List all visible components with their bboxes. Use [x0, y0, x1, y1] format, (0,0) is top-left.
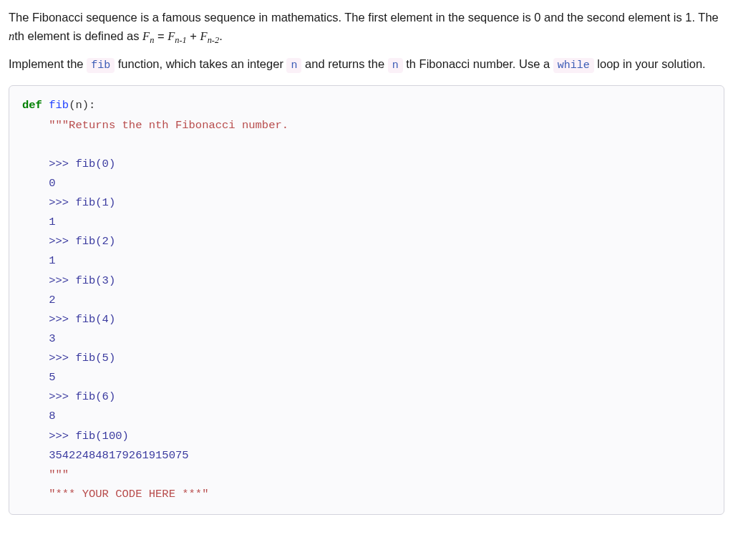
formula-eq: =	[154, 29, 168, 42]
code-doctest-call-3: >>> fib(3)	[22, 274, 115, 287]
task-text-4: th Fibonacci number. Use a	[403, 57, 553, 70]
intro-paragraph: The Fibonacci sequence is a famous seque…	[9, 9, 724, 45]
code-doctest-result-4: 3	[22, 332, 56, 345]
code-doctest-call-7: >>> fib(100)	[22, 430, 129, 443]
code-keyword-def: def	[22, 99, 42, 112]
code-docstring-open: """Returns the nth Fibonacci number.	[22, 119, 288, 132]
code-doctest-result-0: 0	[22, 177, 56, 190]
code-doctest-result-6: 8	[22, 410, 56, 423]
code-doctest-call-5: >>> fib(5)	[22, 352, 115, 365]
code-doctest-result-7: 354224848179261915075	[22, 449, 189, 462]
formula-plus: +	[187, 29, 200, 42]
code-doctest-result-3: 2	[22, 294, 56, 306]
code-doctest-result-5: 5	[22, 371, 56, 384]
code-doctest-call-4: >>> fib(4)	[22, 313, 115, 326]
code-doctest-result-2: 1	[22, 254, 56, 267]
task-paragraph: Implement the fib function, which takes …	[9, 55, 724, 74]
code-placeholder: "*** YOUR CODE HERE ***"	[22, 488, 208, 501]
math-n: n	[9, 29, 14, 43]
code-params: (n):	[69, 99, 95, 112]
code-doctest-call-0: >>> fib(0)	[22, 158, 115, 170]
code-n: n	[286, 58, 301, 73]
intro-text-1: The Fibonacci sequence is a famous seque…	[9, 11, 719, 24]
code-doctest-result-1: 1	[22, 216, 56, 228]
formula-end: .	[219, 29, 223, 42]
code-fib: fib	[87, 58, 115, 73]
formula-F3: F	[200, 29, 208, 43]
code-doctest-call-6: >>> fib(6)	[22, 390, 115, 403]
task-text-5: loop in your solution.	[594, 57, 706, 70]
code-doctest-call-1: >>> fib(1)	[22, 196, 115, 209]
code-docstring-close: """	[22, 468, 69, 481]
intro-text-2: th element is defined as	[14, 29, 142, 42]
code-doctest-call-2: >>> fib(2)	[22, 235, 115, 248]
task-text-1: Implement the	[9, 57, 87, 70]
code-n2: n	[388, 58, 403, 73]
formula-sub-n1: n-1	[175, 35, 186, 45]
task-text-3: and returns the	[301, 57, 387, 70]
task-text-2: function, which takes an integer	[115, 57, 286, 70]
formula-sub-n2: n-2	[208, 35, 219, 45]
formula-F2: F	[168, 29, 175, 43]
code-block: def fib(n): """Returns the nth Fibonacci…	[9, 85, 724, 515]
formula-F1: F	[142, 29, 150, 43]
code-fn-name: fib	[42, 99, 69, 112]
code-while: while	[553, 58, 594, 73]
